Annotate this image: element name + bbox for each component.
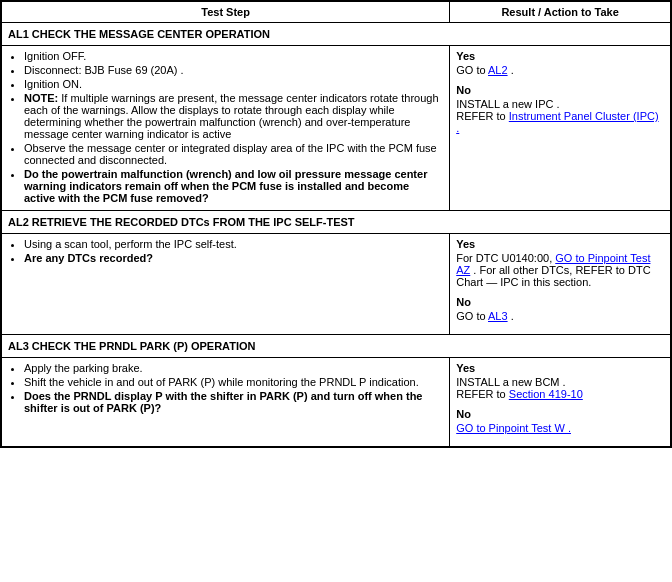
section-header-AL3: AL3 CHECK THE PRNDL PARK (P) OPERATION — [2, 335, 671, 358]
result-cell-AL1: YesGO to AL2 .NoINSTALL a new IPC .REFER… — [450, 46, 671, 211]
result-block: YesFor DTC U0140:00, GO to Pinpoint Test… — [456, 238, 664, 288]
result-label: No — [456, 408, 664, 420]
section-header-AL1: AL1 CHECK THE MESSAGE CENTER OPERATION — [2, 23, 671, 46]
col-header-step: Test Step — [2, 2, 450, 23]
list-item: Observe the message center or integrated… — [24, 142, 443, 166]
list-item: NOTE: If multiple warnings are present, … — [24, 92, 443, 140]
section-header-AL2: AL2 RETRIEVE THE RECORDED DTCs FROM THE … — [2, 211, 671, 234]
result-block: NoINSTALL a new IPC .REFER to Instrument… — [456, 84, 664, 134]
result-line: INSTALL a new BCM . — [456, 376, 664, 388]
result-label: No — [456, 296, 664, 308]
col-header-result: Result / Action to Take — [450, 2, 671, 23]
result-line: REFER to Instrument Panel Cluster (IPC) … — [456, 110, 664, 134]
result-block: YesGO to AL2 . — [456, 50, 664, 76]
step-cell-AL3: Apply the parking brake.Shift the vehicl… — [2, 358, 450, 447]
result-line: GO to AL3 . — [456, 310, 664, 322]
list-item: Ignition OFF. — [24, 50, 443, 62]
result-link[interactable]: GO to Pinpoint Test W . — [456, 422, 571, 434]
list-item: Using a scan tool, perform the IPC self-… — [24, 238, 443, 250]
result-line: REFER to Section 419-10 — [456, 388, 664, 400]
list-item: Are any DTCs recorded? — [24, 252, 443, 264]
result-link[interactable]: Section 419-10 — [509, 388, 583, 400]
list-item: Does the PRNDL display P with the shifte… — [24, 390, 443, 414]
result-line: INSTALL a new IPC . — [456, 98, 664, 110]
result-link[interactable]: AL3 — [488, 310, 508, 322]
list-item: Do the powertrain malfunction (wrench) a… — [24, 168, 443, 204]
list-item: Ignition ON. — [24, 78, 443, 90]
main-container: Test Step Result / Action to Take AL1 CH… — [0, 0, 672, 448]
result-cell-AL3: YesINSTALL a new BCM .REFER to Section 4… — [450, 358, 671, 447]
result-label: Yes — [456, 50, 664, 62]
result-block: YesINSTALL a new BCM .REFER to Section 4… — [456, 362, 664, 400]
list-item: Apply the parking brake. — [24, 362, 443, 374]
list-item: Shift the vehicle in and out of PARK (P)… — [24, 376, 443, 388]
result-line: GO to Pinpoint Test W . — [456, 422, 664, 434]
result-link[interactable]: AL2 — [488, 64, 508, 76]
result-block: NoGO to Pinpoint Test W . — [456, 408, 664, 434]
result-link[interactable]: GO to Pinpoint Test AZ — [456, 252, 650, 276]
result-label: No — [456, 84, 664, 96]
result-block: NoGO to AL3 . — [456, 296, 664, 322]
result-label: Yes — [456, 238, 664, 250]
result-cell-AL2: YesFor DTC U0140:00, GO to Pinpoint Test… — [450, 234, 671, 335]
step-cell-AL2: Using a scan tool, perform the IPC self-… — [2, 234, 450, 335]
result-label: Yes — [456, 362, 664, 374]
list-item: Disconnect: BJB Fuse 69 (20A) . — [24, 64, 443, 76]
result-link[interactable]: Instrument Panel Cluster (IPC) . — [456, 110, 658, 134]
result-line: For DTC U0140:00, GO to Pinpoint Test AZ… — [456, 252, 664, 288]
step-cell-AL1: Ignition OFF.Disconnect: BJB Fuse 69 (20… — [2, 46, 450, 211]
result-text: GO to AL2 . — [456, 64, 664, 76]
